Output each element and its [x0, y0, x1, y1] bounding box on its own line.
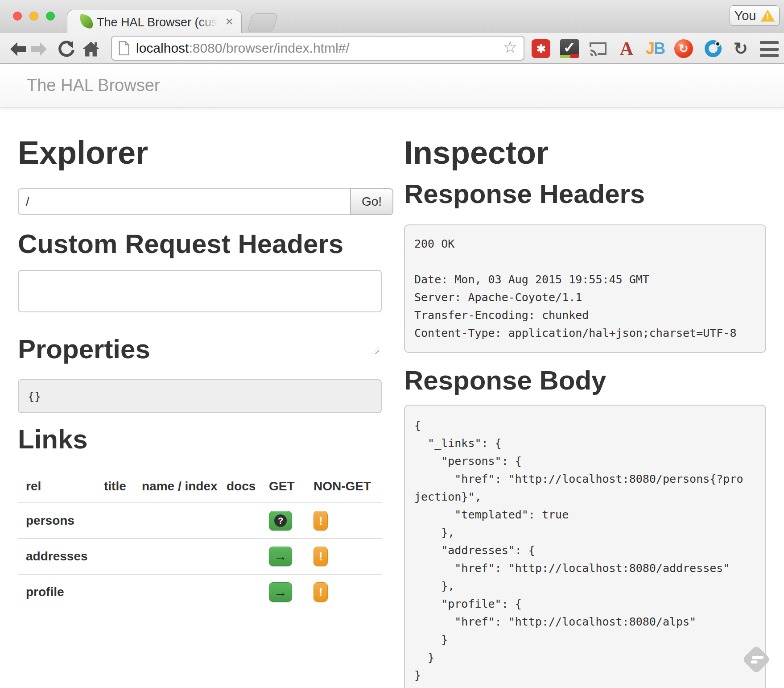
red-a-extension-icon[interactable]: A	[617, 39, 636, 58]
response-body-title: Response Body	[404, 366, 766, 395]
profile-button[interactable]: You	[730, 5, 780, 26]
lastpass-extension-icon[interactable]	[532, 39, 550, 58]
arrow-right-icon: →	[274, 550, 287, 563]
col-nonget: NON-GET	[305, 466, 382, 503]
site-navbar: The HAL Browser	[0, 65, 784, 108]
path-form: Go!	[18, 188, 393, 215]
warning-triangle-icon	[760, 10, 775, 22]
get-button[interactable]: →	[269, 582, 292, 602]
letter-b-icon: B	[654, 39, 664, 58]
back-arrow-icon	[8, 41, 27, 57]
non-get-button[interactable]: !	[314, 547, 328, 566]
blue-ring-extension-icon[interactable]	[704, 39, 722, 58]
tab-close-icon[interactable]: ×	[225, 14, 233, 29]
links-table-header-row: rel title name / index docs GET NON-GET	[18, 466, 382, 503]
rel-label: persons	[18, 503, 96, 539]
explorer-title: Explorer	[18, 135, 393, 170]
blue-donut-icon	[705, 40, 722, 57]
window-close-button[interactable]	[13, 12, 22, 21]
non-get-button[interactable]: !	[314, 511, 328, 531]
green-bar	[560, 55, 570, 58]
custom-headers-title: Custom Request Headers	[18, 229, 393, 259]
address-bar[interactable]: localhost:8080/browser/index.html#/ ☆	[111, 36, 524, 61]
links-title: Links	[18, 425, 393, 454]
properties-value: {}	[18, 379, 382, 413]
asterisk-icon	[532, 39, 550, 58]
cast-extension-icon[interactable]	[589, 39, 607, 58]
col-rel: rel	[18, 466, 96, 503]
tab-title-fade	[197, 16, 217, 29]
response-headers-box: 200 OK Date: Mon, 03 Aug 2015 19:55:45 G…	[404, 224, 766, 353]
serif-a-icon: A	[620, 38, 633, 59]
red-bar	[570, 54, 579, 58]
hamburger-menu-icon[interactable]	[760, 41, 779, 57]
browser-toolbar: localhost:8080/browser/index.html#/ ☆ ✓ …	[0, 33, 784, 64]
question-icon: ?	[274, 514, 287, 527]
url-text: localhost:8080/browser/index.html#/	[136, 41, 350, 56]
custom-headers-textarea[interactable]	[18, 270, 382, 312]
url-path: :8080/browser/index.html#/	[189, 41, 349, 55]
spring-leaf-favicon-icon	[79, 14, 94, 29]
browser-tab[interactable]: The HAL Browser (customiz ×	[67, 10, 242, 33]
non-get-button[interactable]: !	[314, 582, 328, 602]
col-get: GET	[261, 466, 305, 503]
get-button[interactable]: ?	[269, 511, 292, 531]
get-button[interactable]: →	[269, 547, 292, 566]
forward-button[interactable]	[29, 39, 49, 59]
forward-arrow-icon	[30, 41, 49, 57]
arrow-right-icon: →	[274, 585, 287, 599]
properties-title: Properties	[18, 335, 393, 364]
checkmark-extension-icon[interactable]: ✓	[560, 39, 579, 58]
col-docs: docs	[219, 466, 261, 503]
table-row-persons: persons ? !	[18, 503, 382, 539]
bookmark-star-icon[interactable]: ☆	[503, 38, 517, 57]
go-button[interactable]: Go!	[350, 188, 393, 215]
inspector-panel: Inspector Response Headers 200 OK Date: …	[404, 108, 766, 688]
red-sync-extension-icon[interactable]: ↻	[674, 39, 693, 58]
rel-label: profile	[18, 574, 96, 609]
back-button[interactable]	[8, 39, 28, 59]
col-name-index: name / index	[134, 466, 219, 503]
rel-label: addresses	[18, 539, 96, 574]
sync-circle-icon: ↻	[674, 39, 693, 58]
page-icon	[118, 41, 130, 55]
reload-button[interactable]	[56, 39, 76, 59]
home-icon	[82, 41, 100, 58]
refresh-extension-icon[interactable]: ↻	[731, 39, 750, 58]
home-button[interactable]	[81, 39, 101, 59]
response-headers-title: Response Headers	[404, 179, 766, 209]
inspector-title: Inspector	[404, 135, 766, 170]
response-body-box: { "_links": { "persons": { "href": "http…	[404, 405, 766, 688]
path-input[interactable]	[18, 188, 350, 215]
links-table: rel title name / index docs GET NON-GET …	[18, 466, 382, 609]
explorer-panel: Explorer Go! Custom Request Headers Prop…	[18, 108, 393, 609]
window-zoom-button[interactable]	[46, 12, 55, 21]
window-titlebar: The HAL Browser (customiz × You	[0, 0, 784, 33]
refresh-circle-icon: ↻	[734, 39, 748, 58]
col-title: title	[96, 466, 134, 503]
table-row-addresses: addresses → !	[18, 539, 382, 574]
site-brand[interactable]: The HAL Browser	[27, 76, 160, 95]
url-host: localhost	[136, 41, 189, 55]
profile-label: You	[734, 8, 756, 23]
cast-icon	[589, 41, 607, 57]
black-dot	[715, 41, 721, 47]
window-minimize-button[interactable]	[29, 12, 38, 21]
reload-icon	[57, 40, 75, 58]
jetbrains-extension-icon[interactable]: JB	[646, 39, 664, 58]
letter-j-icon: J	[646, 39, 654, 58]
table-row-profile: profile → !	[18, 574, 382, 609]
new-tab-button[interactable]	[247, 13, 278, 32]
